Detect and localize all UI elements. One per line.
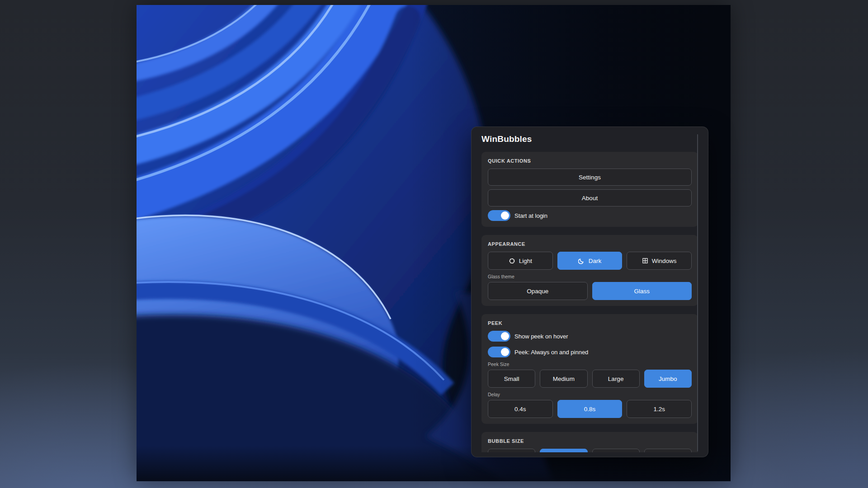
theme-option-label: Light [519,258,532,264]
sun-icon [509,258,515,264]
delay-label: Delay [488,392,692,397]
show-peek-on-hover-toggle[interactable] [488,331,510,342]
panel-title: WinBubbles [481,134,698,144]
toggle-knob [501,211,509,220]
peek-always-on-and-pinned-toggle[interactable] [488,347,510,357]
peek-size-option-label: Small [504,375,519,382]
peek-size-row: SmallMediumLargeJumbo [488,370,692,388]
glass-option-glass[interactable]: Glass [592,282,692,300]
theme-option-label: Dark [589,258,602,264]
section-quick-actions: QUICK ACTIONS SettingsAbout Start at log… [481,152,698,227]
start-at-login-toggle[interactable] [488,210,510,221]
theme-option-light[interactable]: Light [488,252,553,270]
quick-action-buttons: SettingsAbout [488,169,692,206]
glass-option-label: Glass [634,288,650,295]
delay-row: 0.4s0.8s1.2s [488,400,692,418]
peek-size-option-medium[interactable]: Medium [540,370,587,388]
delay-option-0-4s[interactable]: 0.4s [488,400,553,418]
peek-size-option-jumbo[interactable]: Jumbo [644,370,692,388]
quick-action-about[interactable]: About [488,189,692,206]
peek-size-option-label: Medium [553,375,575,382]
section-peek: PEEK Show peek on hoverPeek: Always on a… [481,314,698,424]
peek-always-on-and-pinned-label: Peek: Always on and pinned [514,349,588,356]
bubble-size-option-option-2[interactable] [540,449,587,452]
section-label: BUBBLE SIZE [488,438,692,445]
theme-options-row: LightDarkWindows [488,252,692,270]
delay-option-label: 1.2s [653,406,665,413]
theme-option-windows[interactable]: Windows [627,252,692,270]
bubble-size-option-option-3[interactable] [592,449,640,452]
bubble-size-option-option-1[interactable] [488,449,535,452]
peek-size-option-label: Jumbo [659,375,677,382]
delay-option-1-2s[interactable]: 1.2s [627,400,692,418]
peek-always-on-and-pinned-row: Peek: Always on and pinned [488,347,692,357]
peek-size-option-large[interactable]: Large [592,370,640,388]
glass-options-row: OpaqueGlass [488,282,692,300]
theme-option-dark[interactable]: Dark [557,252,623,270]
glass-theme-label: Glass theme [488,274,692,279]
delay-option-label: 0.4s [514,406,526,413]
panel-scrollbar[interactable] [697,134,698,451]
panel-content: WinBubbles QUICK ACTIONS SettingsAbout S… [472,127,708,452]
theme-option-label: Windows [652,258,677,264]
peek-size-label: Peek Size [488,361,692,367]
show-peek-on-hover-row: Show peek on hover [488,331,692,342]
section-label: APPEARANCE [488,241,692,248]
grid-icon [642,258,648,264]
screen: WinBubbles QUICK ACTIONS SettingsAbout S… [0,0,868,488]
glass-option-label: Opaque [527,288,548,295]
start-at-login-row: Start at login [488,210,692,221]
peek-size-option-small[interactable]: Small [488,370,535,388]
delay-option-0-8s[interactable]: 0.8s [557,400,623,418]
show-peek-on-hover-label: Show peek on hover [514,333,568,340]
toggle-knob [501,348,509,356]
bubble-size-row [488,449,692,452]
moon-icon [578,258,585,264]
winbubbles-panel: WinBubbles QUICK ACTIONS SettingsAbout S… [471,127,708,457]
section-label: PEEK [488,320,692,327]
quick-action-settings[interactable]: Settings [488,169,692,186]
glass-option-opaque[interactable]: Opaque [488,282,588,300]
start-at-login-label: Start at login [514,212,547,219]
start-at-login-row: Start at login [488,210,692,221]
section-bubble-size: BUBBLE SIZE [481,432,698,452]
bubble-size-option-option-4[interactable] [644,449,692,452]
section-label: QUICK ACTIONS [488,158,692,164]
peek-size-option-label: Large [608,375,624,382]
delay-option-label: 0.8s [584,406,596,413]
toggle-knob [501,332,509,340]
section-appearance: APPEARANCE LightDarkWindows Glass theme … [481,235,698,306]
peek-toggles: Show peek on hoverPeek: Always on and pi… [488,331,692,357]
